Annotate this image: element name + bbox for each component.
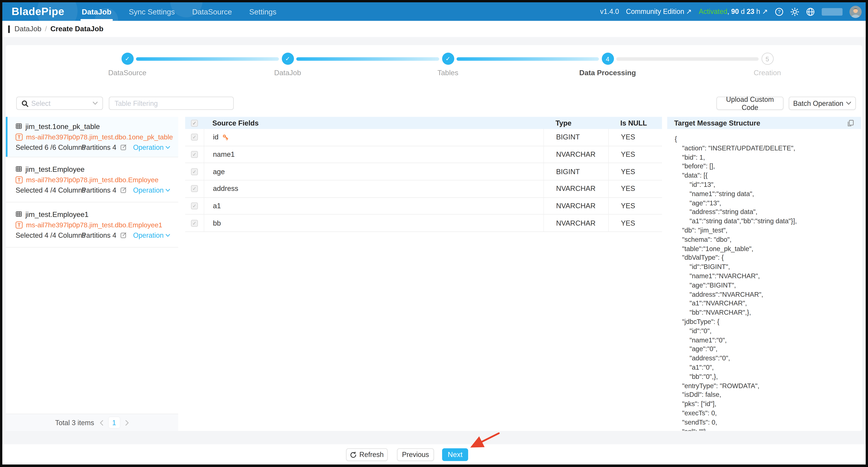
field-type: BIGINT <box>544 129 608 146</box>
operation-dropdown[interactable]: Operation <box>133 186 170 194</box>
selected-columns-info: Selected 4 /4 Columns <box>16 186 82 194</box>
field-is-null: YES <box>608 198 662 214</box>
edit-partitions-icon[interactable] <box>120 232 127 238</box>
target-message-panel: Target Message Structure { "action": "IN… <box>667 117 861 431</box>
target-table-path: ms-ail7he397lp0p78.jim_test.dbo.Employee… <box>26 221 162 229</box>
batch-operation-button[interactable]: Batch Operation <box>789 97 856 110</box>
refresh-icon <box>350 452 356 458</box>
field-type: NVARCHAR <box>544 146 608 163</box>
external-link-icon: ↗ <box>762 7 768 15</box>
row-checkbox[interactable]: ✓ <box>191 151 198 158</box>
table-filter-input[interactable] <box>109 97 234 110</box>
edit-partitions-icon[interactable] <box>120 144 127 150</box>
json-line: "address":"string data", <box>675 208 861 217</box>
field-name: a1 <box>213 202 221 210</box>
chevron-down-icon <box>165 188 170 192</box>
nav-menu-item[interactable]: DataSource <box>192 2 232 21</box>
page-number[interactable]: 1 <box>108 417 120 428</box>
table-card-list: jim_test.1one_pk_table T ms-ail7he397lp0… <box>6 117 178 431</box>
table-card[interactable]: jim_test.Employee T ms-ail7he397lp0p78.j… <box>6 157 178 203</box>
upload-custom-code-button[interactable]: Upload Custom Code <box>716 97 783 110</box>
copy-icon[interactable] <box>847 120 854 126</box>
step-number: 5 <box>761 53 774 65</box>
help-icon[interactable]: ? <box>775 7 783 16</box>
json-line: "sendTs": 0, <box>675 418 861 427</box>
nav-menu-item[interactable]: Settings <box>249 2 276 21</box>
target-type-icon: T <box>16 176 23 183</box>
license-status[interactable]: Activated, 90 d 23 h ↗ <box>699 7 768 15</box>
json-line: "age":"BIGINT", <box>675 281 861 290</box>
step-label: DataJob <box>244 69 331 77</box>
step-data-processing[interactable]: 4 Data Processing <box>564 53 651 77</box>
json-line: "address":"NVARCHAR", <box>675 290 861 299</box>
field-type: NVARCHAR <box>544 198 608 214</box>
breadcrumb-separator: / <box>45 25 47 33</box>
table-row: ✓ id BIGINT YES <box>185 129 662 146</box>
breadcrumb-parent[interactable]: DataJob <box>14 25 41 33</box>
refresh-button[interactable]: Refresh <box>346 448 388 461</box>
json-line: { <box>675 135 861 144</box>
svg-text:?: ? <box>778 9 780 14</box>
theme-sun-icon[interactable] <box>790 7 799 16</box>
external-link-icon: ↗ <box>686 7 692 15</box>
chevron-down-icon <box>165 234 170 237</box>
table-card[interactable]: jim_test.1one_pk_table T ms-ail7he397lp0… <box>6 117 178 157</box>
target-type-icon: T <box>16 133 23 141</box>
field-name: bb <box>213 219 221 227</box>
target-message-title: Target Message Structure <box>674 119 760 127</box>
column-header-type: Type <box>544 119 608 127</box>
table-card[interactable]: jim_test.Employee1 T ms-ail7he397lp0p78.… <box>6 203 178 248</box>
json-line: "a1":"0", <box>675 363 861 372</box>
json-line: "a1":"NVARCHAR", <box>675 299 861 308</box>
json-line: "sql": ""} <box>675 427 861 431</box>
partitions-info: Partitions 4 <box>82 186 116 194</box>
nav-menu-item[interactable]: DataJob <box>82 2 112 21</box>
table-grid-icon <box>16 211 22 218</box>
step-check-icon: ✓ <box>121 53 133 65</box>
field-type: NVARCHAR <box>544 181 608 197</box>
table-grid-icon <box>16 123 22 130</box>
source-table-name: jim_test.Employee1 <box>26 210 89 218</box>
operation-dropdown[interactable]: Operation <box>133 231 170 239</box>
row-checkbox[interactable]: ✓ <box>191 185 198 192</box>
page-next-icon[interactable] <box>125 420 129 426</box>
field-name: id <box>213 133 219 141</box>
next-button[interactable]: Next <box>442 448 468 461</box>
table-row: ✓ bb NVARCHAR YES <box>185 215 662 232</box>
previous-button[interactable]: Previous <box>397 448 434 461</box>
step-datasource[interactable]: ✓ DataSource <box>84 53 171 77</box>
partitions-info: Partitions 4 <box>82 231 116 239</box>
chevron-down-icon <box>846 101 851 105</box>
json-line: "bb":"NVARCHAR",}, <box>675 308 861 317</box>
step-check-icon: ✓ <box>442 53 454 65</box>
operation-dropdown[interactable]: Operation <box>133 143 170 151</box>
field-name: address <box>213 185 238 193</box>
table-row: ✓ age BIGINT YES <box>185 163 662 181</box>
datasource-select[interactable]: Select <box>16 97 103 110</box>
row-checkbox[interactable]: ✓ <box>191 168 198 175</box>
edit-partitions-icon[interactable] <box>120 187 127 193</box>
table-header-row: ✓ Source Fields Type Is NULL <box>185 117 662 129</box>
table-row: ✓ address NVARCHAR YES <box>185 181 662 198</box>
selected-columns-info: Selected 6 /6 Columns <box>16 143 82 151</box>
row-checkbox[interactable]: ✓ <box>191 220 198 226</box>
field-is-null: YES <box>608 146 662 163</box>
table-body: ✓ id BIGINT YES ✓ name1 NVARCHAR YES ✓ <box>185 129 662 232</box>
brand-logo[interactable]: BladePipe <box>11 5 64 18</box>
json-line: "name1":"NVARCHAR", <box>675 272 861 281</box>
select-all-checkbox[interactable]: ✓ <box>191 120 198 126</box>
row-checkbox[interactable]: ✓ <box>191 203 198 209</box>
step-creation[interactable]: 5 Creation <box>724 53 811 77</box>
page-prev-icon[interactable] <box>99 420 103 426</box>
step-datajob[interactable]: ✓ DataJob <box>244 53 331 77</box>
json-line: "id":"0", <box>675 326 861 336</box>
step-tables[interactable]: ✓ Tables <box>404 53 491 77</box>
json-line: "execTs": 0, <box>675 409 861 418</box>
nav-menu-item[interactable]: Sync Settings <box>129 2 175 21</box>
chevron-down-icon <box>93 101 98 105</box>
edition-link[interactable]: Community Edition↗ <box>626 7 692 15</box>
avatar[interactable] <box>849 6 862 18</box>
language-globe-icon[interactable] <box>806 7 815 16</box>
step-number: 4 <box>601 53 614 65</box>
row-checkbox[interactable]: ✓ <box>191 134 198 141</box>
